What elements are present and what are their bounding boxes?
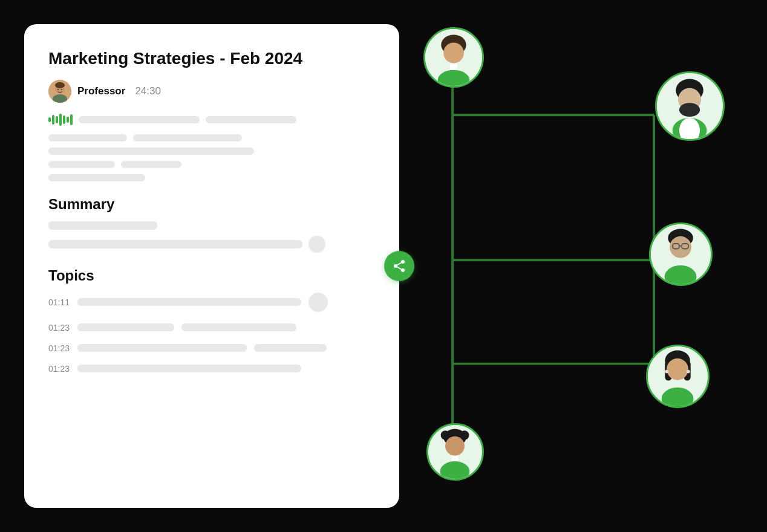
timestamp-2: 01:23 [48, 323, 70, 332]
svg-line-10 [397, 263, 402, 265]
topic-row: 01:23 [48, 323, 375, 332]
svg-point-37 [667, 358, 688, 380]
topic-row: 01:23 [48, 343, 375, 353]
professor-row: Professor 24:30 [48, 80, 375, 103]
topic-row: 01:23 [48, 364, 375, 374]
main-card: Marketing Strategies - Feb 2024 Professo… [24, 24, 399, 508]
svg-point-4 [57, 89, 59, 90]
timestamp-4: 01:23 [48, 364, 70, 374]
avatar [48, 80, 71, 103]
svg-point-6 [401, 260, 405, 264]
avatar-node-right-upper [655, 71, 725, 141]
professor-name: Professor [77, 85, 125, 97]
svg-point-2 [55, 82, 65, 88]
svg-point-38 [665, 370, 668, 374]
svg-point-8 [401, 268, 405, 272]
avatar-node-right-lower [646, 345, 710, 408]
svg-point-39 [687, 370, 690, 374]
audio-row [48, 114, 375, 126]
network-diagram [399, 18, 743, 514]
share-button[interactable] [384, 251, 414, 281]
svg-point-23 [679, 103, 700, 117]
summary-skeleton [48, 221, 375, 253]
timestamp-1: 01:11 [48, 297, 70, 307]
svg-rect-47 [451, 456, 458, 461]
summary-heading: Summary [48, 196, 375, 213]
card-title: Marketing Strategies - Feb 2024 [48, 48, 375, 69]
topics-heading: Topics [48, 267, 375, 284]
avatar-node-right-middle [649, 222, 713, 286]
waveform-icon [48, 114, 73, 126]
svg-point-5 [61, 89, 62, 90]
timestamp-3: 01:23 [48, 343, 70, 353]
skeleton-line [79, 116, 200, 123]
topic-row: 01:11 [48, 293, 375, 312]
professor-time: 24:30 [135, 85, 161, 97]
svg-point-43 [441, 430, 450, 440]
svg-point-45 [445, 436, 465, 456]
svg-rect-19 [450, 64, 457, 70]
skeleton-block [48, 134, 375, 181]
avatar-node-top [423, 27, 484, 88]
avatar-node-bottom [426, 423, 484, 481]
svg-point-44 [460, 430, 469, 440]
svg-point-17 [443, 43, 464, 63]
svg-line-9 [397, 267, 402, 270]
svg-point-7 [394, 264, 397, 268]
skeleton-line [206, 116, 296, 123]
